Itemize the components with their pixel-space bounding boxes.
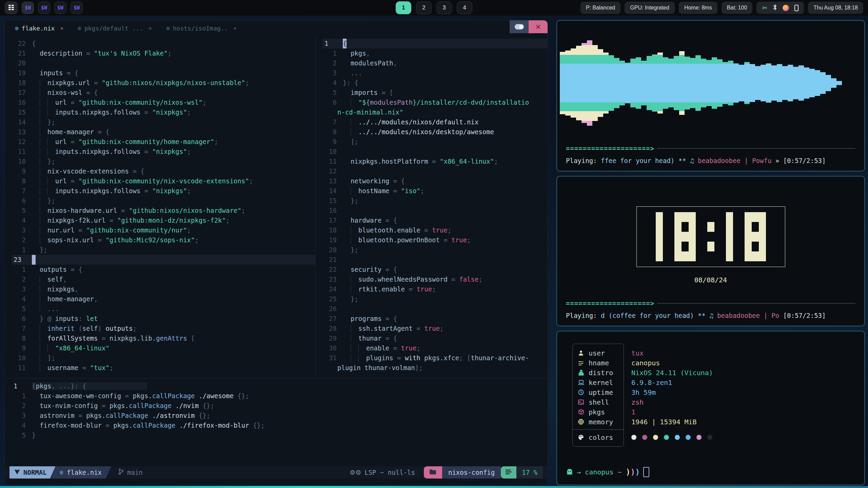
line-number: 5 [322, 88, 343, 98]
visualizer-bar [761, 34, 766, 133]
visualizer-bar [587, 34, 592, 133]
tab-close-icon[interactable]: × [60, 25, 63, 32]
line-number: 13 [12, 127, 32, 137]
code-pane-right[interactable]: 1{1 pkgs,2 modulesPath,3 ...4}: {5 impor… [316, 36, 548, 378]
code-pane-left[interactable]: 22{21 description = "tux's NixOS Flake";… [5, 36, 316, 378]
color-dot [707, 435, 712, 440]
code-text: ▏ ▏ url = "github:nix-community/nix-vsco… [32, 176, 315, 186]
code-line: 12 [322, 166, 548, 176]
line-number: 21 [12, 48, 32, 58]
line-number: 7 [12, 186, 32, 196]
fetch-row-shell: shell [573, 397, 624, 407]
palette-icon [578, 434, 584, 440]
code-text: ▏ ▏ inputs.nixpkgs.follows = "nixpkgs"; [32, 147, 315, 157]
visualizer-window: ====================> Playing: ffee for … [556, 20, 865, 171]
line-number: 5 [12, 206, 32, 216]
line-number: 17 [12, 88, 32, 98]
code-pane-bottom[interactable]: 1{pkgs, ...}: {1 tux-awesome-wm-config =… [5, 378, 548, 464]
code-line: 5} [12, 430, 548, 440]
line-number: 11 [322, 157, 343, 166]
code-text: ▏ ssh.startAgent = true; [343, 324, 548, 333]
code-line: 6 ▏ "${modulesPath}/installer/cd-dvd/ins… [322, 98, 548, 107]
tab-close-icon[interactable]: × [149, 25, 152, 32]
close-button[interactable]: × [529, 20, 548, 33]
workspace-button[interactable]: $W [71, 2, 83, 14]
shell-prompt[interactable]: → canopus ~ ))) [566, 467, 649, 477]
line-number: 30 [322, 343, 343, 353]
editor-tab[interactable]: ❄flake.nix× [15, 25, 63, 32]
fetch-value-shell: zsh [631, 397, 713, 407]
code-line: 4 ▏ home-manager, [12, 294, 315, 304]
editor-tab[interactable]: ❄hosts/isoImag..× [166, 25, 237, 32]
system-fetch: userhnamedistrokerneluptimeshellpkgsmemo… [572, 344, 713, 447]
status-pill[interactable]: GPU: Integrated [625, 2, 675, 14]
tag-4[interactable]: 4 [457, 1, 472, 14]
color-dot [675, 435, 680, 440]
ghost-icon [566, 468, 573, 476]
code-text: ▏ nur.url = "github:nix-community/nur"; [32, 225, 315, 235]
status-pill[interactable]: P: Balanced [580, 2, 620, 14]
visualizer-bar [733, 34, 739, 133]
visualizer-bar [826, 34, 831, 133]
line-number: 20 [12, 58, 32, 68]
code-text: tux-awesome-wm-config = pkgs.callPackage… [32, 391, 548, 401]
visualizer-bar [668, 34, 674, 133]
code-text: ▏ ▏ "x86_64-linux" [32, 343, 315, 353]
code-text: ▏ forAllSystems = nixpkgs.lib.genAttrs [ [32, 333, 315, 343]
visualizer-bar [755, 34, 761, 133]
editor-tab[interactable]: ❄pkgs/default ...× [78, 25, 152, 32]
workspace-button[interactable]: $W [38, 2, 50, 14]
tag-2[interactable]: 2 [416, 1, 432, 14]
fire-icon [783, 5, 789, 11]
datetime-pill[interactable]: Thu Aug 08, 18:18 [808, 2, 863, 14]
line-number: 1 [12, 381, 32, 391]
visualizer-bar [647, 34, 652, 133]
fetch-label: hname [589, 359, 609, 367]
code-text: ▏ nixpkgs-f2k.url = "github:moni-dz/nixp… [32, 216, 315, 225]
code-text: ▏ "${modulesPath}/installer/cd-dvd/insta… [343, 98, 548, 107]
code-text: ▏ sops-nix.url = "github:Mic92/sops-nix"… [32, 235, 315, 245]
code-text: ▏ nixos-wsl = { [32, 88, 315, 98]
fetch-label: pkgs [589, 408, 605, 416]
code-line: 24 ▏ rtkit.enable = true; [322, 284, 548, 294]
clock-digit [726, 212, 733, 261]
visualizer-bar [652, 34, 657, 133]
status-pill[interactable]: Home: 8ms [679, 2, 717, 14]
system-tray[interactable]: ✂ [756, 2, 804, 14]
workspace-button[interactable]: $W [54, 2, 66, 14]
line-number: 14 [12, 117, 32, 127]
scissors-icon: ✂ [762, 5, 767, 11]
fetch-row-distro: distro [573, 368, 624, 378]
visualizer-bar [603, 34, 609, 133]
status-pill[interactable]: Bat: 100 [722, 2, 753, 14]
code-line: 9 ]; [322, 137, 548, 147]
visualizer-bar [685, 34, 690, 133]
tag-3[interactable]: 3 [436, 1, 452, 14]
line-number: 22 [322, 265, 343, 274]
editor-window: ❄flake.nix×❄pkgs/default ...×❄hosts/isoI… [4, 20, 548, 485]
toggle-button[interactable] [510, 20, 529, 33]
fetch-label: distro [589, 369, 613, 377]
line-number: 5 [12, 430, 32, 440]
visualizer-bar [820, 34, 826, 133]
color-dot [631, 435, 636, 440]
color-dot [642, 435, 647, 440]
code-text: nixpkgs.hostPlatform = "x86_64-linux"; [343, 157, 548, 166]
mode-indicator: NORMAL [9, 466, 56, 479]
line-number: 6 [12, 196, 32, 206]
visualizer-bar [657, 34, 663, 133]
line-number: 15 [12, 107, 32, 117]
tab-close-icon[interactable]: × [233, 25, 237, 32]
fetch-row-user: user [573, 348, 624, 358]
app-launcher-button[interactable] [5, 1, 18, 14]
line-number: 1 [12, 391, 32, 401]
line-number: 17 [322, 216, 343, 225]
code-text: ▏ inherit (self) outputs; [32, 324, 315, 333]
code-line: 5 ▏ ... [12, 304, 315, 314]
fetch-value-pkgs: 1 [631, 407, 713, 417]
visualizer-bar [771, 34, 777, 133]
line-number: 4 [12, 421, 32, 430]
line-number: 10 [322, 147, 343, 157]
workspace-button[interactable]: $W [22, 2, 34, 14]
tag-1[interactable]: 1 [396, 1, 411, 14]
